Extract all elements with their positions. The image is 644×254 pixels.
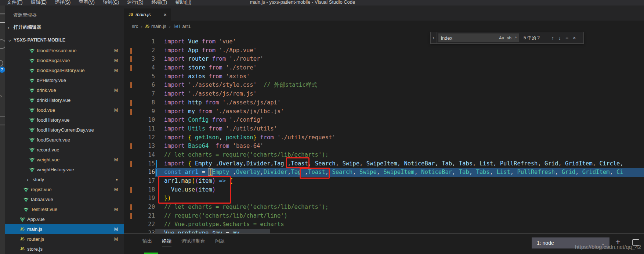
open-editors-section[interactable]: › 打开的编辑器 <box>5 22 124 32</box>
menu-item-s[interactable]: 选择(S) <box>51 0 75 5</box>
line-number[interactable]: 3 <box>124 55 155 64</box>
code-line[interactable]: 4import store from './store' <box>124 64 644 72</box>
code-line[interactable]: 20// let echarts = require('echarts/lib/… <box>124 203 644 212</box>
line-number[interactable]: 21 <box>124 212 155 221</box>
tree-item-tabbar-vue[interactable]: tabbar.vue <box>5 194 124 204</box>
line-number[interactable]: 2 <box>124 46 155 55</box>
code-line[interactable]: 21// require('echarts/lib/chart/line') <box>124 212 644 221</box>
run-debug-icon[interactable]: ▷ <box>0 92 2 99</box>
line-number[interactable]: 17 <box>124 177 155 186</box>
code-line[interactable]: 8import http from './assets/js/api' <box>124 99 644 107</box>
tree-item-main-js[interactable]: JSmain.jsM <box>5 224 124 234</box>
regex-icon[interactable]: .* <box>514 36 517 40</box>
tree-item-study[interactable]: ›study● <box>5 175 124 185</box>
tree-item-record-vue[interactable]: record.vue <box>5 145 124 155</box>
code-line[interactable]: 9import my from './assets/js/lbc.js' <box>124 107 644 116</box>
panel-tab-输出[interactable]: 输出 <box>142 238 152 247</box>
scrollbar-track[interactable] <box>639 32 639 233</box>
code-line[interactable]: 10import Config from './config' <box>124 116 644 125</box>
line-number[interactable]: 19 <box>124 194 155 203</box>
search-icon[interactable] <box>0 39 5 49</box>
code-line[interactable]: 22// Vue.prototype.$echarts = echarts <box>124 220 644 229</box>
toggle-replace-icon[interactable]: › <box>431 32 437 43</box>
tree-item-TestTest-vue[interactable]: TestTest.vueM <box>5 204 124 214</box>
line-number[interactable]: 22 <box>124 220 155 229</box>
menu-item-g[interactable]: 转到(G) <box>99 0 123 5</box>
line-number[interactable]: 4 <box>124 64 155 72</box>
menu-item-r[interactable]: 运行(R) <box>123 0 148 5</box>
tree-item-foodSearch-vue[interactable]: foodSearch.vue <box>5 135 124 145</box>
tree-item-store-js[interactable]: JSstore.js <box>5 244 124 254</box>
whole-word-icon[interactable]: ab <box>507 36 511 40</box>
line-number[interactable]: 8 <box>124 99 155 107</box>
line-number[interactable]: 18 <box>124 186 155 194</box>
root-folder[interactable]: ⌄ YSXS-PATIENT-MOBILE <box>5 35 124 45</box>
code-line[interactable]: 5import axios from 'axios' <box>124 72 644 81</box>
code-line[interactable]: 7import './assets/js/rem.js' <box>124 90 644 99</box>
tree-item-bPHistory-vue[interactable]: bPHistory.vue <box>5 75 124 85</box>
tree-item-weightHistory-vue[interactable]: weightHistory.vue <box>5 165 124 175</box>
line-number[interactable]: 20 <box>124 203 155 212</box>
menu-item-t[interactable]: 终端(T) <box>148 0 171 5</box>
source-control-icon[interactable] <box>0 60 3 67</box>
tree-item-regist-vue[interactable]: regist.vueM <box>5 185 124 194</box>
code-line[interactable]: 15import { Empty ,Overlay,Divider,Tag ,T… <box>124 160 644 168</box>
line-number[interactable]: 6 <box>124 81 155 90</box>
breadcrumb-item[interactable]: arr1 <box>182 24 191 29</box>
code-line[interactable]: 19}) <box>124 194 644 203</box>
code-line[interactable]: 14// let echarts = require('echarts/lib/… <box>124 151 644 160</box>
extensions-icon[interactable] <box>0 116 5 125</box>
close-icon[interactable]: × <box>163 11 167 18</box>
breadcrumb-item[interactable]: src <box>132 24 138 29</box>
breadcrumb-item[interactable]: main.js <box>151 24 166 29</box>
match-case-icon[interactable]: Aa <box>499 36 504 40</box>
tree-item-drinkHistory-vue[interactable]: drinkHistory.vue <box>5 95 124 105</box>
line-number[interactable]: 12 <box>124 133 155 142</box>
line-number[interactable]: 10 <box>124 116 155 125</box>
find-close-icon[interactable]: × <box>573 35 576 41</box>
line-number[interactable]: 11 <box>124 125 155 133</box>
line-number[interactable]: 5 <box>124 72 155 81</box>
tree-item-weight-vue[interactable]: weight.vueM <box>5 155 124 165</box>
line-number[interactable]: 15 <box>124 160 155 168</box>
tree-item-bloodPressure-vue[interactable]: bloodPressure.vueM <box>5 46 124 56</box>
line-number[interactable]: 23 <box>124 229 155 233</box>
code-line[interactable]: 18 Vue.use(item) <box>124 186 644 194</box>
tree-item-drink-vue[interactable]: drink.vueM <box>5 85 124 95</box>
code-line[interactable]: 2import App from './App.vue' <box>124 46 644 55</box>
line-number[interactable]: 7 <box>124 90 155 99</box>
line-number[interactable]: 14 <box>124 151 155 160</box>
breadcrumb[interactable]: src›JSmain.js›[@]arr1 <box>124 21 644 32</box>
line-number[interactable]: 9 <box>124 107 155 116</box>
tree-item-router-js[interactable]: JSrouter.jsM <box>5 234 124 244</box>
code-line[interactable]: 6import './assets/style.css' // 外部static… <box>124 81 644 90</box>
code-line[interactable]: 11import Utils from './utils/utils' <box>124 125 644 133</box>
panel-tab-问题[interactable]: 问题 <box>215 238 225 247</box>
tree-item-bloodSugar-vue[interactable]: bloodSugar.vueM <box>5 56 124 65</box>
tree-item-bloodSugarHistory-vue[interactable]: bloodSugarHistory.vueM <box>5 65 124 75</box>
code-line[interactable]: 23Vue.prototype.$my = my <box>124 229 644 233</box>
panel-tab-终端[interactable]: 终端 <box>162 238 171 247</box>
explorer-icon[interactable] <box>0 14 5 23</box>
tree-item-foodHistory-vue[interactable]: foodHistory.vue <box>5 115 124 125</box>
code-line[interactable]: 13import Base64 from 'base-64' <box>124 142 644 151</box>
code-line[interactable]: 12import { getJson, postJson} from './ut… <box>124 133 644 142</box>
minimize-icon[interactable]: — <box>636 0 641 4</box>
code-line[interactable]: 17arr1.map((item) => { <box>124 177 644 186</box>
code-line[interactable]: 3import router from './router' <box>124 55 644 64</box>
tree-item-foodHistoryCurrentDay-vue[interactable]: foodHistoryCurrentDay.vue <box>5 125 124 135</box>
menu-item-f[interactable]: 文件(F) <box>3 0 27 5</box>
find-in-selection-icon[interactable]: ≡ <box>565 35 568 41</box>
line-number[interactable]: 16 <box>124 168 155 177</box>
code-area[interactable]: 1import Vue from 'vue'2import App from '… <box>124 32 644 233</box>
line-number[interactable]: 13 <box>124 142 155 151</box>
find-next-icon[interactable]: ↓ <box>558 35 561 41</box>
code-line[interactable]: 16const arr1 = [Empty ,Overlay,Divider,T… <box>124 168 644 177</box>
panel-tab-调试控制台[interactable]: 调试控制台 <box>181 238 205 247</box>
menu-item-v[interactable]: 查看(V) <box>75 0 98 5</box>
menu-item-e[interactable]: 编辑(E) <box>27 0 51 5</box>
tree-item-food-vue[interactable]: food.vueM <box>5 105 124 115</box>
tab-main-js[interactable]: JS main.js × <box>124 8 171 21</box>
menu-item-h[interactable]: 帮助(H) <box>171 0 195 5</box>
tree-item-App-vue[interactable]: App.vue <box>5 214 124 224</box>
